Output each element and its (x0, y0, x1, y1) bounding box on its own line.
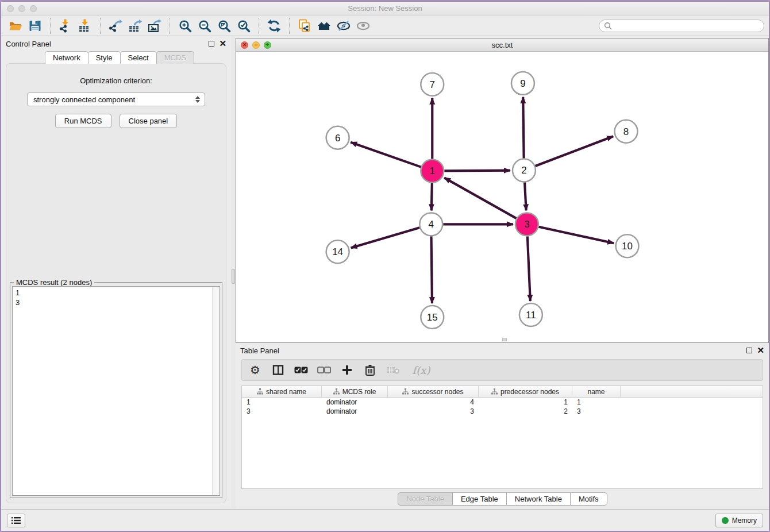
table-row[interactable]: 1dominator411 (242, 398, 763, 407)
panel-splitter[interactable] (231, 36, 236, 509)
close-table-panel-icon[interactable]: ✕ (757, 348, 764, 353)
table-cell[interactable]: 1 (572, 398, 621, 406)
tab-style[interactable]: Style (88, 51, 121, 64)
node-table: shared nameMCDS rolesuccessor nodesprede… (241, 385, 763, 489)
export-network-button[interactable] (106, 17, 125, 34)
column-header-MCDS-role[interactable]: MCDS role (322, 386, 388, 397)
export-table-icon (128, 19, 142, 33)
memory-label: Memory (732, 516, 757, 525)
tab-network[interactable]: Network (45, 51, 88, 64)
function-builder-button[interactable]: f(x) (409, 363, 434, 377)
column-type-icon (491, 388, 498, 395)
zoom-selected-button[interactable] (234, 17, 253, 34)
tab-node-table[interactable]: Node Table (398, 492, 453, 506)
graph-node-label-14: 14 (332, 246, 343, 257)
float-panel-icon[interactable] (209, 41, 214, 47)
close-panel-icon[interactable]: ✕ (219, 41, 226, 47)
table-cell[interactable]: 4 (388, 398, 479, 406)
run-mcds-button[interactable]: Run MCDS (55, 114, 111, 128)
open-session-icon (9, 19, 22, 33)
mcds-result-text[interactable]: 13 (13, 287, 212, 495)
result-scrollbar[interactable] (212, 287, 220, 495)
open-session-button[interactable] (6, 17, 25, 34)
zoom-fit-button[interactable] (214, 17, 234, 34)
table-cell[interactable]: 3 (242, 407, 322, 415)
create-column-button[interactable] (340, 363, 355, 377)
table-toolbar: ⚙ (241, 359, 763, 381)
splitter-grip-icon[interactable] (232, 269, 235, 284)
graph-edge-2-8[interactable] (535, 136, 613, 166)
table-cell[interactable]: 1 (242, 398, 322, 406)
control-panel-header: Control Panel ✕ (1, 36, 231, 51)
graph-edge-3-1[interactable] (444, 178, 517, 218)
deselect-all-rows-button[interactable] (317, 363, 332, 377)
tab-edge-table[interactable]: Edge Table (452, 492, 507, 506)
apply-layout-button[interactable] (264, 17, 284, 34)
toolbar-separator (100, 18, 101, 34)
import-table-button[interactable] (75, 17, 95, 34)
memory-button[interactable]: Memory (715, 514, 763, 527)
graph-edge-2-3[interactable] (525, 182, 526, 210)
float-table-panel-icon[interactable] (746, 348, 752, 353)
zoom-selected-icon (237, 19, 251, 33)
export-table-button[interactable] (125, 17, 145, 34)
column-header-name[interactable]: name (572, 386, 621, 397)
search-box[interactable] (599, 20, 764, 32)
save-session-button[interactable] (25, 17, 45, 34)
column-header-predecessor-nodes[interactable]: predecessor nodes (479, 386, 572, 397)
graph-edge-1-4[interactable] (432, 183, 432, 211)
new-network-from-selection-button[interactable] (295, 17, 314, 34)
graph-edge-1-2[interactable] (444, 171, 510, 171)
column-header-label: successor nodes (411, 388, 463, 396)
zoom-out-button[interactable] (195, 17, 214, 34)
table-settings-gear-button[interactable]: ⚙ (248, 363, 263, 377)
network-canvas[interactable]: 1234678910111415 (236, 52, 768, 342)
import-network-button[interactable] (56, 17, 75, 34)
search-input[interactable] (615, 22, 759, 30)
graph-edge-1-6[interactable] (351, 142, 421, 167)
canvas-resize-handle[interactable] (502, 338, 507, 341)
table-cell[interactable]: 1 (479, 398, 572, 406)
import-network-icon (59, 19, 72, 33)
hide-selected-button[interactable] (334, 17, 353, 34)
tab-motifs[interactable]: Motifs (570, 492, 607, 506)
first-neighbors-button[interactable] (314, 17, 334, 34)
show-hidden-button[interactable] (353, 17, 373, 34)
zoom-in-button[interactable] (175, 17, 195, 34)
toolbar-separator (289, 18, 290, 34)
delete-table-button[interactable] (386, 363, 401, 377)
export-image-button[interactable] (145, 17, 164, 34)
graph-edge-3-11[interactable] (528, 236, 530, 301)
graph-edge-4-15[interactable] (432, 236, 432, 303)
delete-column-button[interactable] (363, 363, 378, 377)
hide-selected-icon (337, 19, 351, 33)
graph-edge-2-9[interactable] (523, 97, 523, 159)
table-panel: Table Panel ✕ ⚙ (236, 343, 769, 509)
table-cell[interactable]: dominator (322, 398, 388, 406)
delete-table-icon (386, 365, 400, 375)
tab-mcds[interactable]: MCDS (156, 51, 194, 64)
column-header-successor-nodes[interactable]: successor nodes (388, 386, 479, 397)
dropdown-stepper-icon (193, 96, 202, 103)
select-all-rows-button[interactable] (294, 363, 309, 377)
graph-edge-4-14[interactable] (351, 228, 420, 248)
graph-edge-3-10[interactable] (538, 227, 614, 243)
table-cell[interactable]: dominator (322, 407, 388, 415)
table-cell[interactable]: 3 (388, 407, 479, 415)
task-history-button[interactable] (7, 514, 25, 527)
tab-select[interactable]: Select (120, 51, 157, 64)
column-header-label: shared name (266, 388, 306, 396)
criterion-dropdown-value: strongly connected component (33, 95, 193, 104)
mcds-result-line: 1 (16, 288, 209, 298)
tab-network-table[interactable]: Network Table (506, 492, 571, 506)
graph-node-label-6: 6 (335, 133, 340, 144)
table-cell[interactable]: 3 (572, 407, 621, 415)
close-panel-button[interactable]: Close panel (120, 114, 178, 128)
show-column-panel-button[interactable] (271, 363, 286, 377)
optimization-criterion-label: Optimization criterion: (6, 76, 226, 85)
status-bar: Memory (1, 509, 769, 531)
table-row[interactable]: 3dominator323 (242, 407, 763, 416)
criterion-dropdown[interactable]: strongly connected component (27, 92, 205, 106)
table-cell[interactable]: 2 (479, 407, 572, 415)
column-header-shared-name[interactable]: shared name (242, 386, 322, 397)
